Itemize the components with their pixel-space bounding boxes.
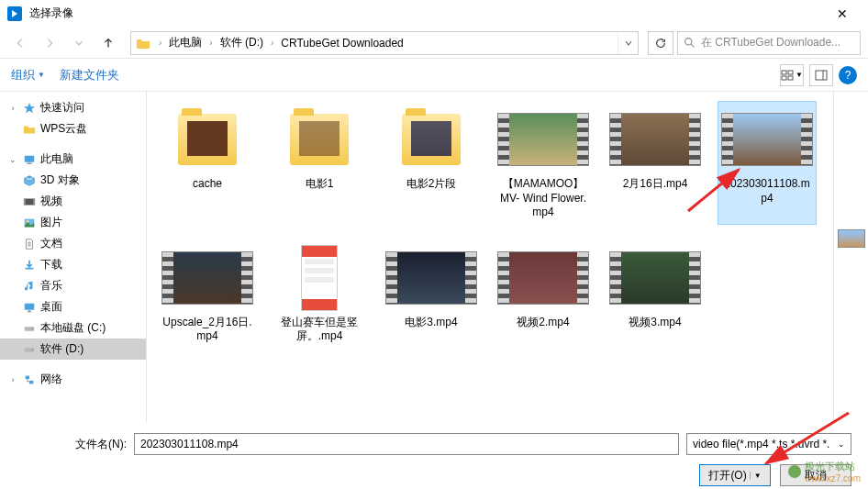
preview-pane-button[interactable] [809,64,833,86]
video-item[interactable]: 【MAMAMOO】MV- Wind Flower.mp4 [494,101,593,225]
svg-point-20 [32,349,33,350]
svg-rect-2 [782,71,786,74]
forward-button [37,31,62,55]
folder-icon [135,35,151,51]
breadcrumb-item[interactable]: CRTubeGet Downloaded [277,35,406,51]
svg-rect-5 [788,76,793,80]
sidebar-local-c[interactable]: 本地磁盘 (C:) [0,317,146,339]
sidebar-downloads[interactable]: 下载 [0,254,146,275]
expand-icon[interactable]: › [7,104,18,113]
preview-pane [833,92,868,422]
svg-point-1 [685,39,692,45]
toolbar: 组织▼ 新建文件夹 ▼ ? [0,59,868,92]
sidebar-desktop[interactable]: 桌面 [0,296,146,317]
chevron-down-icon: ⌄ [838,439,845,449]
filename-label: 文件名(N): [17,437,127,452]
sidebar-wps-cloud[interactable]: WPS云盘 [0,118,146,139]
svg-rect-9 [27,162,31,163]
cancel-button[interactable]: 取消 [780,464,851,486]
sidebar-this-pc[interactable]: ⌄ 此电脑 [0,149,146,170]
file-type-filter[interactable]: video file(*.mp4 *.ts *.uvrd *. ⌄ [686,433,851,455]
video-item[interactable]: 2月16日.mp4 [606,101,705,225]
sidebar: › 快速访问 WPS云盘 ⌄ 此电脑 3D 对象 视频 图片 [0,92,147,422]
star-icon [22,101,37,116]
window-title: 选择录像 [29,6,824,21]
video-item[interactable]: 登山赛车但是竖屏。.mp4 [270,239,369,349]
recent-dropdown [66,31,92,55]
cube-icon [22,173,37,188]
network-icon [22,372,37,387]
folder-icon [22,122,37,137]
address-bar[interactable]: › 此电脑 › 软件 (D:) › CRTubeGet Downloaded [130,31,639,55]
address-dropdown[interactable] [618,32,638,54]
video-icon [22,194,37,209]
desktop-icon [22,300,37,315]
picture-icon [22,216,37,230]
new-folder-button[interactable]: 新建文件夹 [60,67,119,83]
music-icon [22,279,37,294]
svg-rect-8 [25,155,35,161]
chevron-right-icon[interactable]: › [157,38,163,48]
chevron-down-icon: ▼ [38,71,45,79]
search-icon [684,37,696,49]
svg-point-18 [32,328,33,328]
phone-thumbnail [301,245,338,311]
chevron-down-icon: ▼ [750,472,762,480]
up-button[interactable] [95,31,121,55]
close-button[interactable]: ✕ [824,0,861,28]
footer: 文件名(N): video file(*.mp4 *.ts *.uvrd *. … [0,422,868,489]
collapse-icon[interactable]: ⌄ [7,155,18,164]
drive-icon [22,342,37,357]
svg-rect-21 [26,375,29,379]
video-item[interactable]: Upscale_2月16日.mp4 [158,239,257,349]
svg-rect-16 [28,310,31,312]
svg-rect-10 [24,198,35,205]
search-placeholder: 在 CRTubeGet Downloade... [701,35,840,50]
view-mode-button[interactable]: ▼ [780,64,804,86]
sidebar-drive-d[interactable]: 软件 (D:) [0,339,146,360]
sidebar-3d-objects[interactable]: 3D 对象 [0,170,146,191]
refresh-button[interactable] [648,31,673,55]
breadcrumb-item[interactable]: 软件 (D:) [217,33,267,52]
video-item[interactable]: 视频3.mp4 [606,239,705,349]
sidebar-quick-access[interactable]: › 快速访问 [0,97,146,118]
expand-icon[interactable]: › [7,375,18,384]
main-area: › 快速访问 WPS云盘 ⌄ 此电脑 3D 对象 视频 图片 [0,92,868,422]
sidebar-network[interactable]: › 网络 [0,369,146,390]
video-item[interactable]: 电影3.mp4 [382,239,481,349]
app-icon [7,6,22,21]
file-list[interactable]: cache 电影1 电影2片段 【MAMAMOO】MV- Wind Flower… [147,92,833,422]
document-icon [22,237,37,251]
folder-item[interactable]: cache [158,101,257,225]
organize-menu[interactable]: 组织▼ [11,67,45,83]
sidebar-videos[interactable]: 视频 [0,191,146,212]
help-button[interactable]: ? [839,66,857,84]
folder-item[interactable]: 电影2片段 [382,101,481,225]
video-item[interactable]: 视频2.mp4 [494,239,593,349]
search-input[interactable]: 在 CRTubeGet Downloade... [677,31,861,55]
chevron-right-icon[interactable]: › [269,38,275,48]
open-button[interactable]: 打开(O)▼ [699,464,771,486]
drive-icon [22,321,37,336]
sidebar-pictures[interactable]: 图片 [0,212,146,233]
svg-rect-4 [782,76,786,80]
preview-thumbnail [838,229,865,248]
download-icon [22,258,37,272]
sidebar-music[interactable]: 音乐 [0,275,146,296]
svg-rect-22 [29,380,33,383]
nav-bar: › 此电脑 › 软件 (D:) › CRTubeGet Downloaded 在… [0,28,868,59]
svg-rect-6 [816,71,827,80]
filename-input[interactable] [134,433,679,455]
svg-rect-11 [24,198,26,205]
svg-rect-3 [788,71,793,74]
pc-icon [22,152,37,167]
svg-rect-12 [33,198,35,205]
video-item-selected[interactable]: 202303011108.mp4 [718,101,817,225]
svg-marker-0 [12,10,17,17]
title-bar: 选择录像 ✕ [0,0,868,28]
breadcrumb-item[interactable]: 此电脑 [165,33,206,52]
folder-item[interactable]: 电影1 [270,101,369,225]
chevron-right-icon[interactable]: › [207,38,214,48]
sidebar-documents[interactable]: 文档 [0,233,146,254]
svg-rect-15 [25,303,35,309]
